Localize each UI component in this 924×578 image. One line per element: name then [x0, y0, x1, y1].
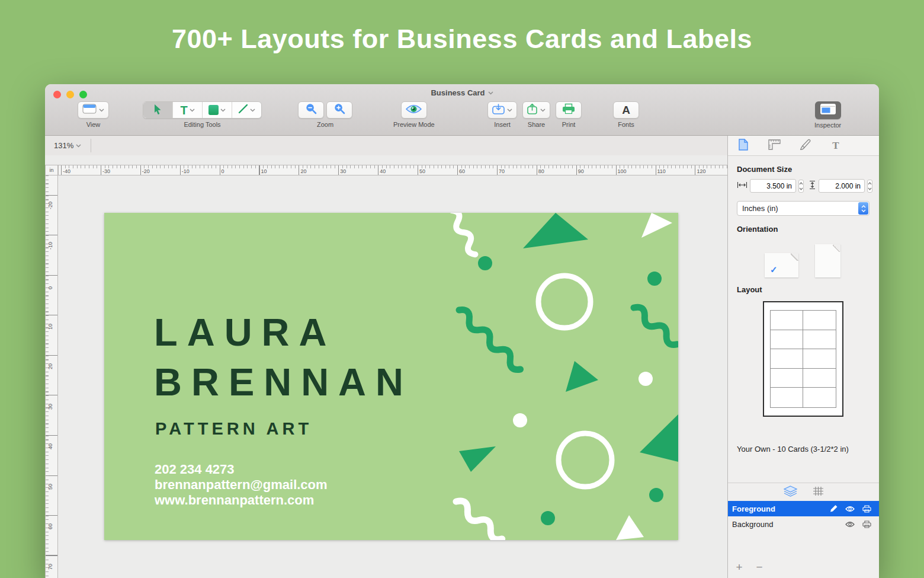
text-tool-icon: T	[180, 104, 187, 116]
chevron-down-icon	[76, 144, 81, 148]
document-canvas[interactable]: in -40-30-20-100102030405060708090100110…	[45, 155, 727, 578]
chevron-down-icon	[99, 108, 104, 112]
ruler-tick-label: 90	[578, 168, 584, 174]
zoom-out-button[interactable]	[298, 101, 324, 119]
ruler-tick-label: 50	[419, 168, 425, 174]
document-icon	[739, 139, 748, 153]
edit-pencil-icon[interactable]	[825, 504, 842, 513]
ruler-tick-label: 60	[47, 523, 53, 529]
ruler-tick-label: 100	[618, 168, 627, 174]
preview-mode-button[interactable]	[401, 101, 427, 119]
print-layer-icon[interactable]	[858, 505, 875, 513]
ruler-tick-label: 80	[538, 168, 544, 174]
visibility-eye-icon[interactable]	[842, 506, 858, 512]
add-layer-button[interactable]: +	[734, 561, 745, 574]
inspector-label: Inspector	[814, 122, 841, 129]
insert-button[interactable]	[487, 101, 517, 119]
ruler-tick-label: 0	[47, 286, 53, 289]
eye-icon	[406, 104, 422, 117]
ruler-tick-label: 30	[47, 403, 53, 409]
width-input[interactable]	[750, 179, 796, 193]
card-name[interactable]: LAURA BRENNAN	[154, 308, 413, 407]
select-tool-button[interactable]	[143, 102, 173, 118]
layer-row-foreground[interactable]: Foreground	[728, 501, 879, 516]
toolbar-group-editing-tools: T	[143, 101, 262, 128]
document-size-fields	[737, 179, 871, 193]
ruler-tick-label: 0	[222, 168, 224, 174]
text-tool-button[interactable]: T	[173, 102, 203, 118]
vertical-ruler[interactable]: -20-10010203040506070	[45, 175, 58, 578]
print-button[interactable]	[556, 101, 582, 119]
layer-row-background[interactable]: Background	[728, 516, 879, 532]
layers-icon[interactable]	[784, 486, 797, 499]
ruler-tick-label: -20	[47, 202, 53, 209]
orientation-portrait-option[interactable]	[815, 244, 840, 277]
chevron-down-icon	[507, 108, 512, 112]
ruler-tick-label: 30	[340, 168, 346, 174]
height-stepper[interactable]	[867, 180, 872, 193]
inspector-body: Document Size	[728, 155, 879, 578]
business-card[interactable]: LAURA BRENNAN PATTERN ART 202 234 4273 b…	[104, 213, 678, 540]
view-label: View	[86, 121, 101, 128]
ruler-tick-label: 20	[300, 168, 306, 174]
ruler-tick-label: 60	[459, 168, 465, 174]
card-subtitle[interactable]: PATTERN ART	[155, 419, 312, 439]
width-stepper[interactable]	[798, 180, 804, 193]
card-contact-block[interactable]: 202 234 4273 brennanpattern@gmail.com ww…	[155, 462, 328, 508]
visibility-eye-icon[interactable]	[842, 521, 858, 528]
toolbar-group-print: Print	[556, 101, 582, 128]
zoom-label: Zoom	[317, 121, 333, 128]
height-input[interactable]	[819, 179, 865, 193]
inspector-button[interactable]	[815, 101, 841, 119]
zoom-level-control[interactable]: 131%	[54, 141, 81, 150]
orientation-landscape-option[interactable]: ✓	[765, 253, 798, 277]
layer-name: Background	[732, 520, 825, 529]
inspector-panel: T Document Size	[727, 136, 879, 578]
card-phone: 202 234 4273	[155, 462, 328, 477]
chevron-down-icon	[250, 108, 255, 112]
chevron-down-icon	[488, 91, 493, 95]
share-icon	[527, 103, 538, 117]
titlebar: Business Card View	[45, 84, 879, 136]
horizontal-ruler[interactable]: -40-30-20-100102030405060708090100110120	[58, 165, 727, 175]
tab-text[interactable]: T	[820, 136, 851, 155]
shape-tool-button[interactable]	[203, 102, 232, 118]
ruler-tick-label: 110	[657, 168, 666, 174]
zoom-in-button[interactable]	[326, 101, 352, 119]
tab-appearance[interactable]	[790, 136, 820, 155]
editing-tools-label: Editing Tools	[184, 121, 220, 128]
tab-ruler[interactable]	[759, 136, 790, 155]
ruler-tick-label: -10	[47, 241, 53, 249]
card-email: brennanpattern@gmail.com	[155, 477, 328, 493]
preview-mode-label: Preview Mode	[393, 121, 435, 128]
height-dimension-icon	[808, 180, 816, 191]
toolbar-group-insert: Insert	[487, 101, 517, 128]
tab-document[interactable]	[728, 136, 759, 155]
document-size-label: Document Size	[737, 165, 879, 174]
ruler-unit-box: in	[45, 165, 58, 175]
window-title-group[interactable]: Business Card	[45, 88, 879, 97]
fonts-button[interactable]: A	[613, 101, 639, 119]
ruler-tick-label: 70	[499, 168, 505, 174]
grid-icon[interactable]	[813, 486, 824, 498]
toolbar-group-zoom: Zoom	[298, 101, 352, 128]
view-button[interactable]	[78, 101, 109, 119]
units-select[interactable]: Inches (in)	[737, 201, 870, 216]
page-title: 700+ Layouts for Business Cards and Labe…	[0, 24, 924, 55]
layers-tabs	[728, 483, 879, 501]
zoom-level-value: 131%	[54, 141, 73, 150]
ruler-tick-label: 20	[47, 363, 53, 369]
text-style-icon: T	[832, 140, 839, 152]
print-layer-icon[interactable]	[858, 520, 875, 528]
share-button[interactable]	[522, 101, 550, 119]
layout-preview[interactable]	[763, 301, 843, 417]
line-tool-button[interactable]	[232, 102, 261, 118]
chevron-down-icon	[220, 108, 226, 112]
card-website: www.brennanpattern.com	[155, 493, 328, 508]
layout-grid	[770, 310, 836, 408]
zoom-in-icon	[334, 103, 345, 117]
remove-layer-button[interactable]: −	[754, 561, 765, 574]
window-content: 131% in -40-30-20-1001020304050607080901…	[45, 136, 879, 578]
select-stepper-icon	[858, 202, 868, 215]
chevron-down-icon	[190, 108, 195, 112]
